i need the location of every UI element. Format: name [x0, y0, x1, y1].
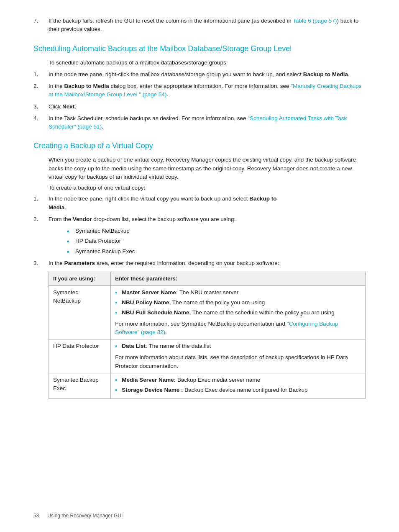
section1-step-3-bold: Next — [62, 103, 74, 110]
param-nbu-schedule: NBU Full Schedule Name: The name of the … — [115, 308, 361, 317]
table-cell-hp-name: HP Data Protector — [49, 339, 111, 373]
section1-step-1-content: In the node tree pane, right-click the m… — [49, 70, 366, 79]
param-storage-device: Storage Device Name : Backup Exec device… — [115, 386, 361, 395]
section1-step-1-bold: Backup to Media — [303, 71, 348, 77]
section1-intro: To schedule automatic backups of a mailb… — [49, 59, 366, 67]
table-header-col1: If you are using: — [49, 272, 111, 286]
bullet-hp-data-protector: HP Data Protector — [67, 237, 366, 246]
section2-heading: Creating a Backup of a Virtual Copy — [33, 140, 366, 152]
footer-page-number: 58 — [33, 512, 39, 519]
table-row-symantec-backup-exec: Symantec Backup Exec Media Server Name: … — [49, 373, 366, 398]
section1-step-4: 4. In the Task Scheduler, schedule backu… — [33, 114, 366, 131]
configuring-backup-link[interactable]: "Configuring Backup Software" (page 32) — [115, 321, 338, 335]
footer-text: Using the Recovery Manager GUI — [47, 512, 123, 519]
section2-step-1-bold1: Backup toMedia — [49, 195, 277, 210]
section2-step-2-content: From the Vendor drop-down list, select t… — [49, 215, 366, 224]
section2-step-2: 2. From the Vendor drop-down list, selec… — [33, 215, 366, 224]
section2-step-2-num: 2. — [33, 215, 49, 224]
table-cell-backup-exec-params: Media Server Name: Backup Exec media ser… — [111, 373, 366, 398]
section1-step-2-num: 2. — [33, 82, 49, 99]
section1-step-3-content: Click Next. — [49, 103, 366, 111]
section1-step-2-bold: Backup to Media — [64, 83, 109, 89]
section2-para1: When you create a backup of one virtual … — [49, 156, 366, 181]
section1-step-3-num: 3. — [33, 103, 49, 111]
bullet-symantec-netbackup: Symantec NetBackup — [67, 227, 366, 236]
param-nbu-policy: NBU Policy Name: The name of the policy … — [115, 298, 361, 307]
section1-step-1: 1. In the node tree pane, right-click th… — [33, 70, 366, 79]
table-row-hp-data-protector: HP Data Protector Data List: The name of… — [49, 339, 366, 373]
section2-step-3-num: 3. — [33, 259, 49, 267]
param-data-list: Data List: The name of the data list — [115, 342, 361, 351]
section2-step-1-num: 1. — [33, 195, 49, 212]
symantec-note: For more information, see Symantec NetBa… — [115, 320, 361, 337]
table-row-symantec-netbackup: Symantec NetBackup Master Server Name: T… — [49, 285, 366, 339]
bullet-symantec-backup-exec: Symantec Backup Exec — [67, 247, 366, 257]
param-media-server: Media Server Name: Backup Exec media ser… — [115, 376, 361, 385]
page: 7. If the backup fails, refresh the GUI … — [0, 0, 399, 532]
section1-step-1-num: 1. — [33, 70, 49, 79]
section1-step-2-content: In the Backup to Media dialog box, enter… — [49, 82, 366, 99]
page-footer: 58 Using the Recovery Manager GUI — [33, 512, 366, 519]
table-header-col2: Enter these parameters: — [111, 272, 366, 286]
hp-note: For more information about data lists, s… — [115, 353, 361, 370]
section1-step-4-content: In the Task Scheduler, schedule backups … — [49, 114, 366, 131]
section2-para2: To create a backup of one virtual copy: — [49, 184, 366, 192]
section1-step-4-num: 4. — [33, 114, 49, 131]
section2-step-2-bold: Vendor — [73, 216, 92, 222]
table-cell-backup-exec-name: Symantec Backup Exec — [49, 373, 111, 398]
section1-heading: Scheduling Automatic Backups at the Mail… — [33, 43, 366, 54]
step-7-link[interactable]: Table 6 (page 57) — [293, 18, 337, 24]
step-7-num: 7. — [33, 17, 49, 34]
section2-step-2-bullets: Symantec NetBackup HP Data Protector Sym… — [67, 227, 366, 257]
step-7: 7. If the backup fails, refresh the GUI … — [33, 17, 366, 34]
section2-step-1-content: In the node tree pane, right-click the v… — [49, 195, 366, 212]
section1-step-3: 3. Click Next. — [33, 103, 366, 111]
table-cell-symantec-netbackup-params: Master Server Name: The NBU master serve… — [111, 285, 366, 339]
step-7-text: If the backup fails, refresh the GUI to … — [49, 18, 293, 24]
section2-step-3-content: In the Parameters area, enter the requir… — [49, 259, 366, 267]
section2-step-3-bold: Parameters — [64, 260, 95, 266]
section2-step-1: 1. In the node tree pane, right-click th… — [33, 195, 366, 212]
section1-step-2: 2. In the Backup to Media dialog box, en… — [33, 82, 366, 99]
param-master-server: Master Server Name: The NBU master serve… — [115, 288, 361, 297]
section1-step-4-link[interactable]: "Scheduling Automated Tasks with Task Sc… — [49, 115, 347, 130]
table-cell-hp-params: Data List: The name of the data list For… — [111, 339, 366, 373]
step-7-content: If the backup fails, refresh the GUI to … — [49, 17, 366, 34]
section2-step-3: 3. In the Parameters area, enter the req… — [33, 259, 366, 267]
parameters-table: If you are using: Enter these parameters… — [49, 272, 366, 399]
table-cell-symantec-netbackup-name: Symantec NetBackup — [49, 285, 111, 339]
